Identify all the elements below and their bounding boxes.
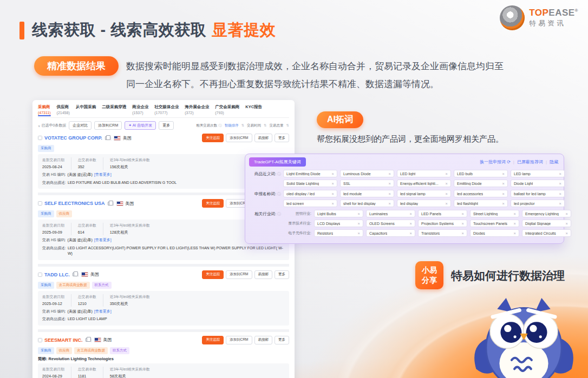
tradegpt-panel: TradeGPT-AI拓展关键词 换一批申报词 ⟳ | 已屏蔽推荐词 | 隐藏 … (245, 154, 564, 244)
more-button[interactable]: 更多 (159, 121, 174, 130)
ai-auto-develop-button[interactable]: ✦ AI 自动开发 (125, 121, 156, 130)
logo-top: TOP (529, 8, 548, 18)
chip-label: Street Lighting (473, 212, 498, 216)
compare-button[interactable]: 企业对比 (69, 121, 92, 130)
chip-remove-icon[interactable]: × (358, 221, 360, 226)
copy-icon[interactable] (86, 338, 89, 342)
smart-sort[interactable]: 智能排序 (225, 123, 239, 128)
row-checkbox[interactable] (38, 136, 42, 140)
copy-icon[interactable] (105, 136, 108, 140)
copy-icon[interactable] (73, 273, 76, 276)
tab-item[interactable]: 商业企业(1537) (132, 104, 148, 116)
chip-remove-icon[interactable]: × (389, 171, 391, 176)
add-crm-button[interactable]: 添加到CRM (226, 336, 252, 344)
tab-item[interactable]: 社交媒体企业(17077) (154, 104, 179, 116)
tradegpt-row-label: 申报名称词:ⓘ (250, 190, 281, 209)
tab-item[interactable]: 海外展会企业(372) (185, 104, 209, 116)
keyword-chip: Digital Signage× (522, 220, 571, 227)
chip-remove-icon[interactable]: × (559, 181, 561, 186)
chip-remove-icon[interactable]: × (332, 201, 334, 206)
view-more-link[interactable]: [查看更多] (94, 172, 112, 178)
chip-remove-icon[interactable]: × (502, 171, 505, 176)
chip-remove-icon[interactable]: × (514, 231, 516, 236)
chip-remove-icon[interactable]: × (389, 181, 391, 186)
hide-panel-link[interactable]: 隐藏 (550, 159, 558, 165)
mail-search-button[interactable]: 易搜邮 (254, 336, 273, 344)
company-name-link[interactable]: SELF ELECTRONICS USA (44, 201, 105, 206)
more-button[interactable]: 更多 (275, 134, 289, 142)
tab-count: (372) (185, 111, 209, 115)
chip-remove-icon[interactable]: × (514, 221, 516, 226)
add-crm-button[interactable]: 添加到CRM (226, 134, 252, 142)
chip-remove-icon[interactable]: × (462, 221, 464, 226)
sort-trade-count[interactable]: 相关交易次数 ⓘ (196, 123, 221, 128)
keyword-chip: Emergency Lighting× (522, 210, 571, 217)
chip-remove-icon[interactable]: × (446, 171, 448, 176)
follow-button[interactable]: 关注追踪 (202, 336, 224, 344)
stat-label: 总交易单数 (78, 223, 96, 228)
tab-item[interactable]: 从中国采购 (76, 104, 96, 116)
mail-search-button[interactable]: 易搜邮 (254, 134, 273, 142)
blocked-keywords-link[interactable]: 已屏蔽推荐词 (517, 159, 543, 165)
chip-remove-icon[interactable]: × (502, 201, 505, 206)
company-name-link[interactable]: SEESMART INC. (44, 337, 83, 343)
chip-remove-icon[interactable]: × (410, 231, 412, 236)
keyword-chip: Touchscreen Panels× (470, 220, 519, 227)
chip-remove-icon[interactable]: × (559, 191, 561, 196)
company-name-link[interactable]: VOTATEC GROUP CORP. (44, 135, 102, 141)
chip-remove-icon[interactable]: × (410, 221, 412, 226)
sort-trade-volume[interactable]: 交易总量 (270, 123, 284, 128)
chip-remove-icon[interactable]: × (332, 181, 334, 186)
row-checkbox[interactable] (38, 273, 42, 277)
chip-remove-icon[interactable]: × (566, 231, 568, 236)
industry-sublabel: 显示技术行业: (283, 221, 311, 226)
tab-item[interactable]: 采购商(47311) (38, 104, 51, 116)
chip-label: Light Emitting Diode (286, 172, 321, 176)
selected-count[interactable]: ∨已选中0条数据 (38, 123, 66, 128)
company-name-link[interactable]: TADD LLC. (44, 272, 70, 277)
chip-remove-icon[interactable]: × (446, 201, 448, 206)
view-more-link[interactable]: [查看更多] (94, 309, 112, 315)
tab-item[interactable]: 供应商(21458) (57, 104, 70, 116)
sort-trade-time[interactable]: 交易时间 (247, 123, 261, 128)
chip-remove-icon[interactable]: × (514, 211, 516, 216)
chip-remove-icon[interactable]: × (559, 171, 561, 176)
tab-item[interactable]: KYC报告 (245, 104, 262, 116)
chip-remove-icon[interactable]: × (358, 211, 360, 216)
chip-remove-icon[interactable]: × (332, 191, 334, 196)
more-button[interactable]: 更多 (275, 336, 289, 344)
chip-remove-icon[interactable]: × (446, 191, 448, 196)
stat: 总交易单数352 (78, 157, 103, 170)
follow-button[interactable]: 关注追踪 (202, 134, 224, 142)
tab-count (102, 111, 126, 115)
chip-label: Luminaires (369, 212, 388, 216)
chip-remove-icon[interactable]: × (566, 221, 568, 226)
chip-remove-icon[interactable]: × (462, 211, 464, 216)
chip-remove-icon[interactable]: × (410, 211, 412, 216)
follow-button[interactable]: 关注追踪 (202, 199, 224, 208)
chip-remove-icon[interactable]: × (358, 231, 360, 236)
chip-remove-icon[interactable]: × (462, 231, 464, 236)
chip-remove-icon[interactable]: × (389, 191, 391, 196)
view-more-link[interactable]: [查看更多] (94, 237, 112, 243)
add-to-crm-button[interactable]: 添加到CRM (94, 121, 122, 130)
chip-remove-icon[interactable]: × (389, 201, 391, 206)
title-accent-bar (19, 22, 24, 39)
chip-remove-icon[interactable]: × (502, 191, 505, 196)
chip-remove-icon[interactable]: × (332, 171, 334, 176)
tab-item[interactable]: 二级采购穿透 (102, 104, 126, 116)
chip-remove-icon[interactable]: × (502, 181, 505, 186)
company-tag: 采购商 (38, 210, 54, 217)
row-checkbox[interactable] (38, 201, 42, 205)
row-checkbox[interactable] (38, 338, 42, 342)
add-crm-button[interactable]: 添加到CRM (226, 270, 252, 279)
chip-remove-icon[interactable]: × (446, 181, 448, 186)
refresh-keywords-link[interactable]: 换一批申报词 ⟳ (480, 159, 511, 165)
tab-item[interactable]: 广交会采购商(793) (215, 104, 239, 116)
follow-button[interactable]: 关注追踪 (202, 270, 224, 279)
copy-icon[interactable] (108, 202, 111, 205)
more-button[interactable]: 更多 (275, 270, 289, 279)
mail-search-button[interactable]: 易搜邮 (254, 270, 273, 279)
chip-remove-icon[interactable]: × (566, 211, 568, 216)
chip-remove-icon[interactable]: × (559, 201, 561, 206)
